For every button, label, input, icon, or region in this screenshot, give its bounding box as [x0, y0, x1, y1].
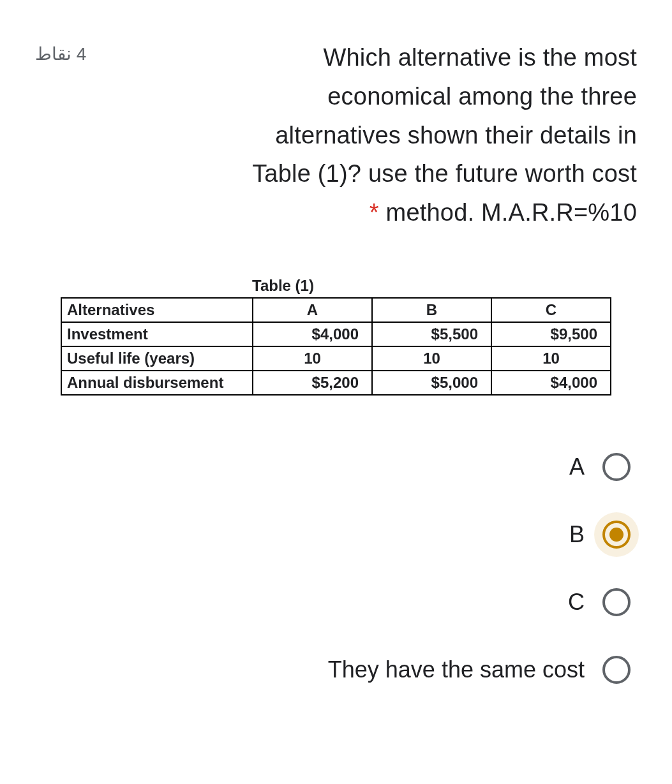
data-table: Alternatives A B C Investment $4,000 $5,…: [61, 297, 611, 396]
option-same-cost[interactable]: They have the same cost: [328, 656, 631, 684]
radio-icon[interactable]: [602, 453, 631, 481]
table-cell: $4,000: [253, 322, 372, 346]
option-label: C: [568, 589, 585, 616]
radio-icon[interactable]: [602, 588, 631, 616]
option-a[interactable]: A: [569, 453, 631, 481]
table-row: Investment $4,000 $5,500 $9,500: [61, 322, 611, 346]
table-row: Useful life (years) 10 10 10: [61, 346, 611, 371]
table-cell: 10: [372, 346, 491, 371]
table-row: Alternatives A B C: [61, 298, 611, 322]
table-cell: $5,000: [372, 371, 491, 395]
question-line-1: Which alternative is the most: [323, 44, 637, 71]
points-label: 4 نقاط: [35, 38, 86, 64]
option-label: A: [569, 454, 585, 480]
table-cell: $9,500: [491, 322, 611, 346]
table-cell: $5,500: [372, 322, 491, 346]
table-cell: A: [253, 298, 372, 322]
table-cell: B: [372, 298, 491, 322]
question-line-4: Table (1)? use the future worth cost: [252, 160, 637, 187]
table-cell-label: Useful life (years): [61, 346, 253, 371]
table-cell-label: Annual disbursement: [61, 371, 253, 395]
radio-icon[interactable]: [602, 521, 631, 549]
option-label: They have the same cost: [328, 656, 585, 683]
question-line-3: alternatives shown their details in: [275, 122, 637, 149]
option-b[interactable]: B: [569, 521, 631, 549]
required-asterisk: *: [370, 199, 379, 226]
table-cell: C: [491, 298, 611, 322]
radio-icon[interactable]: [602, 656, 631, 684]
table-row: Annual disbursement $5,200 $5,000 $4,000: [61, 371, 611, 395]
table-cell: $5,200: [253, 371, 372, 395]
question-line-5: method. M.A.R.R=%10: [379, 199, 637, 226]
question-line-2: economical among the three: [327, 83, 637, 110]
answer-options: A B C They have the same cost: [35, 453, 637, 684]
table-cell: $4,000: [491, 371, 611, 395]
option-label: B: [569, 521, 585, 548]
table-cell: 10: [253, 346, 372, 371]
option-c[interactable]: C: [568, 588, 631, 616]
table-cell: 10: [491, 346, 611, 371]
table-cell-label: Alternatives: [61, 298, 253, 322]
question-text: Which alternative is the most economical…: [105, 38, 637, 232]
table-title: Table (1): [252, 277, 611, 295]
question-header: 4 نقاط Which alternative is the most eco…: [35, 38, 637, 232]
table-container: Table (1) Alternatives A B C Investment …: [35, 277, 637, 396]
table-cell-label: Investment: [61, 322, 253, 346]
